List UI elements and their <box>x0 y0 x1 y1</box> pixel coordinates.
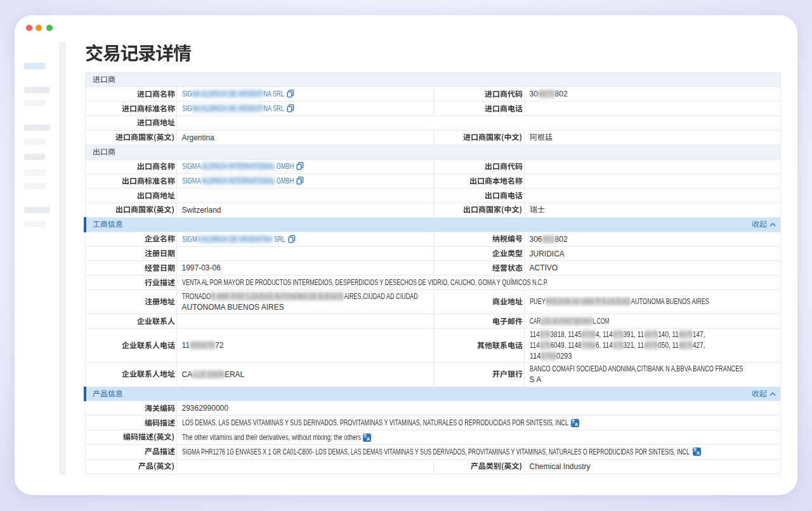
svg-text:A: A <box>575 422 578 427</box>
svg-text:A: A <box>697 451 700 456</box>
svg-text:A: A <box>367 437 370 441</box>
